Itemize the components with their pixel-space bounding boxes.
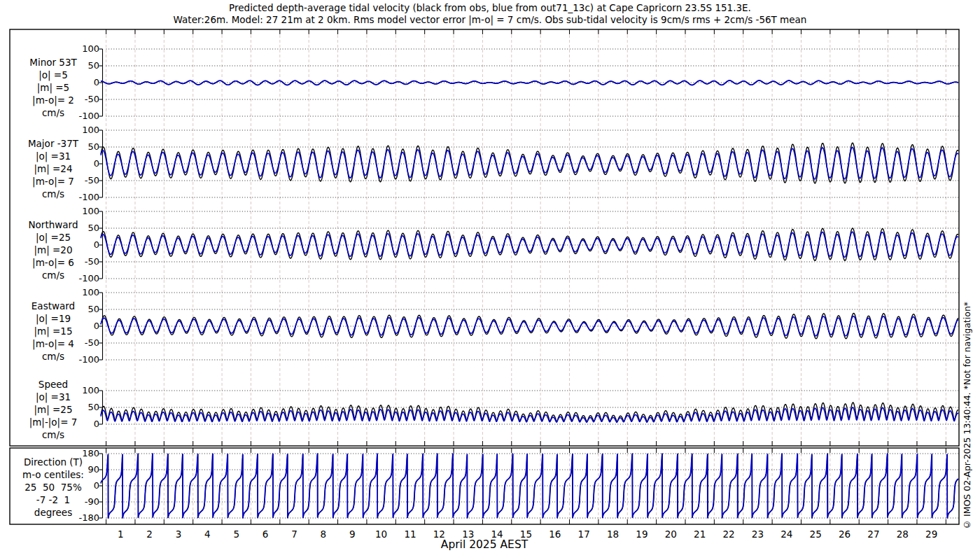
y-tick-label: -50	[63, 257, 99, 267]
x-tick-label: 5	[226, 529, 247, 539]
x-tick-label: 10	[371, 529, 392, 539]
panel-stat-label: cm/s	[8, 428, 98, 441]
y-tick-label: 90	[63, 465, 99, 475]
y-tick-label: -100	[63, 355, 99, 365]
x-tick-label: 8	[313, 529, 334, 539]
x-tick-label: 4	[197, 529, 218, 539]
x-tick-label: 27	[863, 529, 884, 539]
y-tick-label: 0	[63, 240, 99, 250]
x-tick-label: 16	[545, 529, 566, 539]
y-tick-label: 0	[63, 159, 99, 169]
x-tick-label: 28	[892, 529, 913, 539]
y-tick-label: 0	[63, 481, 99, 491]
y-tick-label: -50	[63, 338, 99, 348]
y-tick-label: -100	[63, 192, 99, 202]
x-tick-label: 13	[458, 529, 479, 539]
tidal-velocity-chart: Predicted depth-average tidal velocity (…	[0, 0, 980, 560]
y-tick-label: -180	[63, 513, 99, 523]
x-axis-label: April 2025 AEST	[10, 538, 959, 551]
velocity-frame	[10, 29, 959, 446]
x-tick-label: 17	[573, 529, 594, 539]
imos-watermark: © IMOS 02-Apr-2025 13:40:44. *Not for na…	[962, 274, 973, 530]
x-tick-label: 11	[400, 529, 421, 539]
y-tick-label: 100	[63, 44, 99, 54]
x-tick-label: 29	[921, 529, 942, 539]
x-tick-label: 2	[139, 529, 160, 539]
y-tick-label: 50	[63, 402, 99, 412]
y-tick-label: -100	[63, 274, 99, 284]
y-tick-label: 50	[63, 223, 99, 233]
x-tick-label: 19	[631, 529, 652, 539]
y-tick-label: 100	[63, 386, 99, 396]
x-tick-label: 25	[805, 529, 826, 539]
x-tick-label: 1	[110, 529, 131, 539]
y-tick-label: -50	[63, 94, 99, 104]
x-tick-label: 6	[255, 529, 276, 539]
x-tick-label: 7	[284, 529, 305, 539]
y-tick-label: 0	[63, 321, 99, 331]
x-tick-label: 12	[428, 529, 449, 539]
major-model-line	[101, 148, 958, 179]
y-tick-label: 0	[63, 78, 99, 88]
y-tick-label: 50	[63, 61, 99, 71]
x-tick-label: 18	[603, 529, 624, 539]
x-tick-label: 22	[718, 529, 739, 539]
y-tick-label: 100	[63, 206, 99, 216]
speed-model-line	[101, 407, 958, 422]
x-tick-label: 3	[168, 529, 189, 539]
y-tick-label: -90	[63, 497, 99, 507]
minor-model-line	[101, 80, 958, 85]
y-tick-label: 50	[63, 304, 99, 314]
y-tick-label: -50	[63, 176, 99, 186]
y-tick-label: 100	[63, 125, 99, 135]
y-tick-label: 180	[63, 449, 99, 458]
speed-obs-line	[101, 402, 958, 421]
y-tick-label: 50	[63, 142, 99, 152]
x-tick-label: 26	[834, 529, 855, 539]
y-tick-label: 100	[63, 288, 99, 298]
plot-svg	[0, 0, 980, 560]
x-tick-label: 14	[486, 529, 507, 539]
y-tick-label: 0	[63, 419, 99, 429]
x-tick-label: 24	[776, 529, 797, 539]
x-tick-label: 20	[660, 529, 681, 539]
y-tick-label: -100	[63, 111, 99, 121]
x-tick-label: 21	[690, 529, 710, 539]
x-tick-label: 15	[515, 529, 536, 539]
x-tick-label: 23	[747, 529, 768, 539]
x-tick-label: 9	[342, 529, 363, 539]
